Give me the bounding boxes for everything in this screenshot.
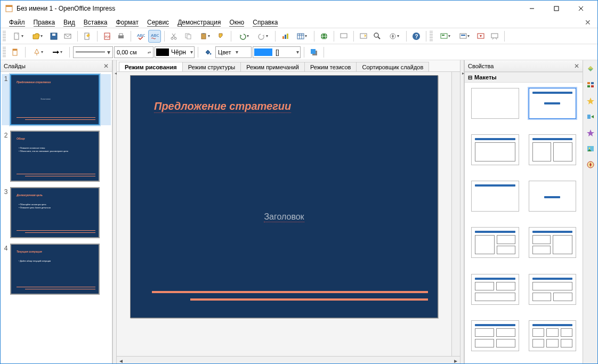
toolbar-grip-3[interactable] — [3, 47, 6, 58]
close-document-button[interactable]: ✕ — [585, 18, 591, 27]
paint-bucket-button[interactable] — [201, 46, 214, 59]
layout-title-content[interactable] — [471, 134, 519, 165]
svg-text:ABC: ABC — [151, 33, 159, 38]
collapse-icon[interactable]: ⊟ — [468, 75, 472, 80]
line-style-select[interactable]: ▾ — [73, 46, 113, 58]
canvas-area[interactable]: Предложение стратегии Заголовок — [117, 72, 451, 356]
layout-1-over-2[interactable] — [529, 274, 577, 305]
open-button[interactable]: ▾ — [28, 30, 46, 43]
table-button[interactable]: ▾ — [293, 30, 311, 43]
slide-thumb-3[interactable]: 3 Долгосрочная цель • Обоснуйте основную… — [2, 187, 111, 238]
tab-outline[interactable]: Режим структуры — [182, 62, 241, 71]
present-button[interactable] — [488, 30, 501, 43]
menu-help[interactable]: Справка — [248, 18, 282, 27]
layout-six[interactable] — [529, 320, 577, 351]
layout-1-2[interactable] — [471, 227, 519, 258]
slide-list[interactable]: 1 Предложение стратегии Заголовок 2 Обзо… — [1, 72, 112, 364]
layout-blank[interactable] — [471, 88, 519, 119]
copy-button[interactable] — [182, 30, 195, 43]
line-cap-button[interactable]: ▾ — [48, 46, 66, 59]
tab-drawing[interactable]: Режим рисования — [119, 62, 183, 71]
slide-design-button[interactable] — [357, 30, 370, 43]
slide-thumb-4[interactable]: 4 Текущая ситуация • Дайте обзор текущей… — [2, 244, 111, 295]
mail-button[interactable] — [61, 30, 74, 43]
properties-panel-close-icon[interactable]: ✕ — [574, 62, 579, 70]
highlight-button[interactable] — [9, 46, 22, 59]
slide-thumb-1[interactable]: 1 Предложение стратегии Заголовок — [2, 74, 111, 125]
menu-tools[interactable]: Сервис — [143, 18, 173, 27]
layout-two-content[interactable] — [529, 134, 577, 165]
app-icon — [5, 4, 13, 13]
vertical-scrollbar[interactable] — [451, 72, 460, 356]
slide-master-button[interactable] — [474, 30, 487, 43]
sidebar-tab-styles[interactable] — [584, 126, 597, 139]
spellcheck-button[interactable]: ABC — [134, 30, 147, 43]
print-button[interactable] — [115, 30, 127, 43]
new-button[interactable]: ▾ — [9, 30, 27, 43]
menu-view[interactable]: Вид — [59, 18, 79, 27]
slide-subtitle-text[interactable]: Заголовок — [264, 212, 304, 222]
cut-button[interactable] — [168, 30, 181, 43]
layout-title-only[interactable] — [471, 181, 519, 212]
sidebar-tab-gallery[interactable] — [584, 142, 597, 155]
svg-text:?: ? — [415, 34, 418, 39]
minimize-button[interactable] — [520, 1, 544, 17]
fill-color-select[interactable]: []▾ — [253, 46, 301, 58]
slides-panel-close-icon[interactable]: ✕ — [103, 62, 109, 70]
maximize-button[interactable] — [544, 1, 569, 17]
hyperlink-button[interactable] — [318, 30, 330, 43]
layouts-section-header[interactable]: ⊟ Макеты — [465, 72, 583, 83]
navigator-button[interactable]: ▾ — [385, 30, 403, 43]
splitter-left[interactable]: ◂ — [112, 60, 117, 364]
svg-rect-14 — [119, 34, 123, 36]
close-button[interactable] — [569, 1, 593, 17]
scroll-left-icon[interactable]: ◂ — [117, 357, 125, 365]
edit-mode-button[interactable] — [81, 30, 94, 43]
tab-handout[interactable]: Режим тезисов — [304, 62, 357, 71]
export-pdf-button[interactable]: PDF — [101, 30, 114, 43]
layout-2-over-1[interactable] — [471, 274, 519, 305]
slide-thumb-2[interactable]: 2 Обзор • Опишите основные темы• Объясни… — [2, 131, 111, 182]
scroll-right-icon[interactable]: ▸ — [451, 357, 460, 365]
find-button[interactable] — [371, 30, 384, 43]
tab-notes[interactable]: Режим примечаний — [240, 62, 305, 71]
slide-layout-button[interactable]: ▾ — [455, 30, 473, 43]
splitter-right[interactable]: ▸ — [460, 60, 464, 364]
sidebar-tab-animation[interactable] — [584, 94, 597, 107]
layout-four[interactable] — [471, 320, 519, 351]
undo-button[interactable]: ▾ — [235, 30, 253, 43]
toolbar-grip[interactable] — [3, 31, 6, 42]
horizontal-scrollbar[interactable]: ◂ ▸ — [117, 356, 460, 364]
sidebar-tab-properties[interactable] — [584, 62, 597, 75]
save-button[interactable] — [47, 30, 60, 43]
layout-centered[interactable] — [529, 181, 577, 212]
layout-title[interactable] — [529, 88, 577, 119]
styles-button[interactable]: ▾ — [436, 30, 454, 43]
format-paint-button[interactable] — [215, 30, 228, 43]
help-button[interactable]: ? — [410, 30, 423, 43]
slideshow-button[interactable] — [337, 30, 350, 43]
sidebar-tab-navigator[interactable] — [584, 158, 597, 171]
menu-insert[interactable]: Вставка — [79, 18, 112, 27]
toolbar-grip-2[interactable] — [430, 31, 433, 42]
menu-file[interactable]: Файл — [5, 18, 29, 27]
tab-sorter[interactable]: Сортировщик слайдов — [356, 62, 429, 71]
sidebar-tab-transition[interactable] — [584, 110, 597, 123]
redo-button[interactable]: ▾ — [254, 30, 272, 43]
menu-demo[interactable]: Демонстрация — [173, 18, 225, 27]
menu-edit[interactable]: Правка — [29, 18, 60, 27]
chart-button[interactable] — [279, 30, 292, 43]
layout-2-1[interactable] — [529, 227, 577, 258]
fill-type-select[interactable]: Цвет▾ — [215, 46, 252, 58]
arrow-end-button[interactable]: ▾ — [29, 46, 47, 59]
slide-canvas[interactable]: Предложение стратегии Заголовок — [130, 75, 438, 318]
line-width-input[interactable]: 0,00 см▴▾ — [114, 46, 153, 58]
line-color-select[interactable]: Чёрн▾ — [155, 46, 195, 58]
paste-button[interactable]: ▾ — [196, 30, 214, 43]
slide-title-text[interactable]: Предложение стратегии — [154, 100, 291, 113]
menu-window[interactable]: Окно — [225, 18, 248, 27]
shadow-button[interactable] — [308, 46, 320, 59]
auto-spellcheck-button[interactable]: ABC — [148, 30, 161, 43]
sidebar-tab-master[interactable] — [584, 78, 597, 91]
menu-format[interactable]: Формат — [111, 18, 143, 27]
